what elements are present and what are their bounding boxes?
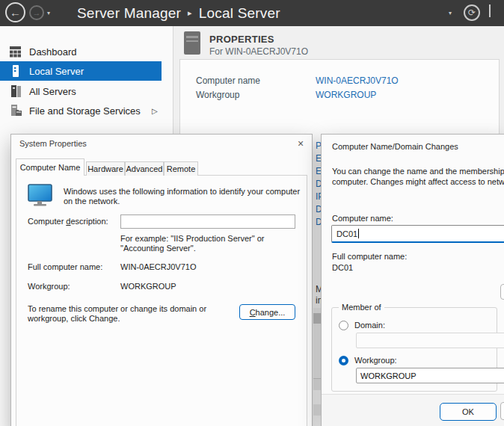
- domain-radio[interactable]: [339, 321, 348, 330]
- workgroup-value: WORKGROUP: [120, 282, 176, 291]
- computer-name-input[interactable]: DC01: [331, 225, 504, 243]
- ok-button[interactable]: OK: [440, 403, 497, 421]
- local-server-icon: [10, 65, 22, 77]
- computer-description-label: Computer description:: [28, 217, 108, 226]
- system-properties-dialog: System Properties × Computer Name Hardwa…: [10, 134, 313, 426]
- tab-advanced[interactable]: Advanced: [125, 161, 164, 176]
- breadcrumb: Server Manager ▸ Local Server: [77, 0, 280, 26]
- tab-page: [16, 175, 307, 426]
- back-icon: ←: [10, 6, 21, 19]
- properties-subheading: For WIN-0AECRJ0V71O: [209, 46, 308, 57]
- tab-computer-name[interactable]: Computer Name: [16, 158, 84, 176]
- change-button[interactable]: Change...: [239, 304, 295, 320]
- dialog-title: System Properties: [19, 139, 87, 148]
- member-of-label: Member of: [339, 303, 384, 312]
- tab-hardware[interactable]: Hardware: [86, 161, 125, 176]
- full-computer-name-value: WIN-0AECRJ0V71O: [120, 262, 196, 271]
- forward-icon: →: [33, 8, 41, 17]
- text-cursor: [358, 229, 359, 238]
- more-button-clipped[interactable]: [500, 284, 504, 300]
- rename-hint-text: To rename this computer or change its do…: [28, 304, 207, 324]
- sidebar-item-label: Dashboard: [29, 46, 77, 58]
- sidebar-item-dashboard[interactable]: Dashboard: [0, 43, 173, 61]
- computer-description-input[interactable]: [120, 214, 295, 229]
- workgroup-link[interactable]: WORKGROUP: [316, 90, 376, 100]
- breadcrumb-separator-icon: ▸: [181, 8, 199, 18]
- refresh-button[interactable]: ⟳: [464, 4, 480, 21]
- file-storage-icon: [10, 105, 22, 117]
- description-example-text: For example: "IIS Production Server" or …: [120, 234, 281, 253]
- breadcrumb-app-title[interactable]: Server Manager: [77, 5, 181, 22]
- monitor-icon: [28, 184, 53, 208]
- back-button[interactable]: ←: [5, 2, 25, 22]
- breadcrumb-page-title: Local Server: [199, 5, 280, 22]
- expand-arrow-icon[interactable]: ▷: [152, 107, 158, 115]
- dialog-intro-line2: computer. Changes might affect access to…: [332, 177, 504, 187]
- server-tile-icon: [184, 31, 200, 55]
- topbar: ← → ▾ Server Manager ▸ Local Server ▾ ⟳: [0, 0, 504, 26]
- server-manager-window: ← → ▾ Server Manager ▸ Local Server ▾ ⟳ …: [0, 0, 504, 426]
- tab-remote[interactable]: Remote: [164, 161, 198, 176]
- full-computer-name-label: Full computer name:: [28, 262, 102, 271]
- domain-input[interactable]: [356, 333, 504, 348]
- domain-radio-label: Domain:: [354, 321, 385, 330]
- dialog-footer: OK: [322, 394, 504, 426]
- sidebar-item-file-storage-services[interactable]: File and Storage Services ▷: [0, 102, 173, 120]
- properties-heading: PROPERTIES: [209, 34, 274, 45]
- nav-dropdown-caret-icon[interactable]: ▾: [47, 10, 50, 16]
- workgroup-input[interactable]: [356, 368, 504, 383]
- toolbar-dropdown-caret-icon[interactable]: ▾: [449, 10, 452, 16]
- close-icon[interactable]: ×: [292, 138, 309, 151]
- sidebar-item-label: Local Server: [29, 66, 84, 77]
- notification-flag-icon[interactable]: [489, 4, 491, 17]
- full-computer-name-value: DC01: [332, 263, 353, 272]
- dashboard-icon: [10, 46, 22, 58]
- sidebar-item-all-servers[interactable]: All Servers: [0, 82, 173, 100]
- cancel-button-clipped[interactable]: [500, 402, 504, 420]
- dialog-title: Computer Name/Domain Changes: [332, 142, 458, 151]
- forward-button[interactable]: →: [29, 5, 44, 20]
- workgroup-radio[interactable]: [339, 356, 348, 365]
- workgroup-label: Workgroup:: [28, 282, 70, 291]
- computer-name-domain-changes-dialog: Computer Name/Domain Changes You can cha…: [321, 134, 504, 426]
- sidebar-item-label: File and Storage Services: [29, 105, 141, 117]
- sidebar-item-label: All Servers: [29, 86, 76, 97]
- sidebar-item-local-server[interactable]: Local Server: [0, 61, 162, 81]
- workgroup-radio-label: Workgroup:: [354, 356, 397, 365]
- computer-name-link[interactable]: WIN-0AECRJ0V71O: [316, 75, 399, 86]
- computer-name-label: Computer name:: [332, 214, 393, 223]
- full-computer-name-label: Full computer name:: [332, 252, 407, 261]
- property-label: Workgroup: [196, 90, 239, 100]
- property-label: Computer name: [196, 75, 260, 86]
- refresh-icon: ⟳: [468, 7, 476, 18]
- dialog-intro-text: Windows uses the following information t…: [64, 187, 310, 206]
- all-servers-icon: [10, 85, 22, 97]
- dialog-intro-line1: You can change the name and the membersh…: [332, 167, 504, 176]
